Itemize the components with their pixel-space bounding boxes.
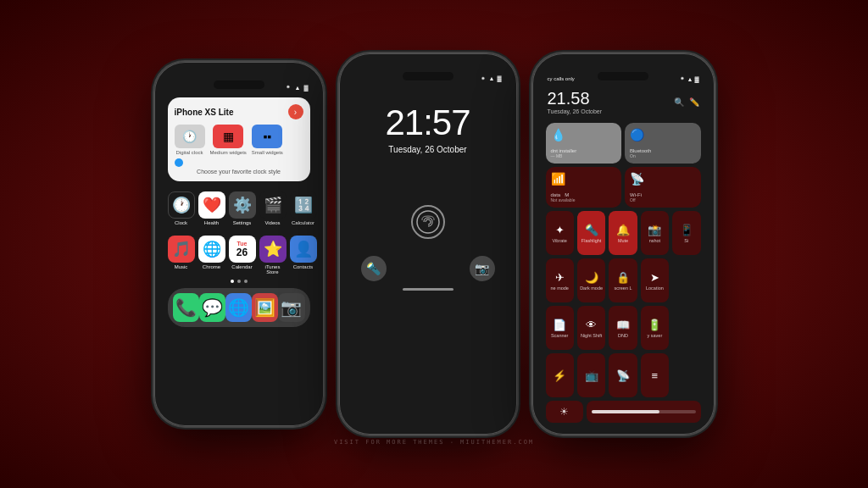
cc-scanner-icon: 📄 bbox=[553, 319, 566, 331]
lockscreen-time: 21:57 bbox=[344, 103, 512, 143]
cc-airplane-icon: ✈ bbox=[555, 271, 565, 284]
signal-status-icon: ▲ bbox=[294, 85, 300, 91]
cc-power-icon: ⚡ bbox=[553, 369, 566, 382]
cc-flashlight-label: Flashlight bbox=[581, 238, 602, 243]
cc-vibrate-label: Vibrate bbox=[553, 238, 567, 243]
cc-row-2: 📶 data M Not available 📡 Wi-Fi Off bbox=[546, 167, 701, 208]
watermark: VISIT FOR MORE THEMES - MIUITHEMER.COM bbox=[334, 439, 534, 446]
cc-screenshot-icon: 📸 bbox=[648, 224, 661, 236]
app-clock[interactable]: 🕐 Clock bbox=[168, 191, 195, 225]
widget-subtitle: Choose your favorite clock style bbox=[175, 169, 303, 175]
flashlight-button[interactable]: 🔦 bbox=[361, 256, 387, 281]
fingerprint-icon[interactable] bbox=[411, 205, 445, 239]
battery-status-icon: ▓ bbox=[303, 85, 308, 91]
cc-status-calls: cy calls only bbox=[548, 76, 575, 81]
dock-safari[interactable]: 🌐 bbox=[225, 293, 252, 322]
widget-arrow-button[interactable]: › bbox=[288, 104, 303, 119]
cc-tile-battery-saver[interactable]: 🔋 y saver bbox=[641, 306, 669, 350]
app-videos-label: Videos bbox=[264, 220, 280, 225]
app-health[interactable]: ❤️ Health bbox=[198, 191, 225, 225]
dock-photos[interactable]: 🖼️ bbox=[252, 293, 278, 322]
cc-brightness-low-icon: ☀ bbox=[546, 401, 584, 423]
cc-edit-icon[interactable]: ✏️ bbox=[689, 97, 699, 107]
app-chrome-icon: 🌐 bbox=[198, 236, 225, 263]
cc-installer-icon: 💧 bbox=[551, 128, 565, 141]
cc-tile-dnd[interactable]: 📖 DND bbox=[609, 306, 637, 350]
widget-options-row: 🕐 Digital clock ▦ Medium widgets ▪▪ Smal… bbox=[175, 125, 303, 155]
widget-selection-dot bbox=[175, 158, 183, 167]
cc-tile-flashlight[interactable]: 🔦 Flashlight bbox=[577, 211, 605, 255]
cc-tile-nightshift[interactable]: 👁 Night Shift bbox=[577, 306, 605, 350]
cc-batterysaver-icon: 🔋 bbox=[648, 319, 661, 331]
phone-1-homescreen: ⁕ ▲ ▓ iPhone XS Lite › 🕐 Digital clock ▦ bbox=[154, 62, 324, 426]
cc-hotspot-icon: 📡 bbox=[616, 369, 630, 382]
app-settings[interactable]: ⚙️ Settings bbox=[229, 191, 256, 225]
dock-messages[interactable]: 💬 bbox=[199, 293, 225, 322]
app-calculator-icon: 🔢 bbox=[290, 191, 317, 219]
app-music[interactable]: 🎵 Music bbox=[168, 236, 195, 274]
app-calendar-icon: Tue 26 bbox=[229, 236, 256, 263]
cc-tile-tv[interactable]: 📺 bbox=[577, 353, 605, 397]
cc-tile-bluetooth[interactable]: 🔵 Bluetooth On bbox=[625, 123, 701, 164]
widget-label-medium: Medium widgets bbox=[210, 150, 247, 155]
app-calculator[interactable]: 🔢 Calculator bbox=[290, 191, 317, 225]
cc-tile-wifi[interactable]: 📡 Wi-Fi Off bbox=[625, 167, 701, 208]
cc-time-row: 21.58 Tuesday, 26 October 🔍 ✏️ bbox=[537, 86, 709, 118]
widget-option-2: ▦ Medium widgets bbox=[210, 125, 247, 155]
cc-screenshot-label: nshot bbox=[649, 238, 660, 243]
cc-tile-data[interactable]: 📶 data M Not available bbox=[546, 167, 622, 208]
cc-time: 21.58 bbox=[548, 89, 603, 108]
phone-3-controlcenter: cy calls only ⁕ ▲ ▓ 21.58 Tuesday, 26 Oc… bbox=[532, 53, 715, 435]
cc-tile-layers[interactable]: ≡ bbox=[641, 353, 669, 397]
app-calendar-label: Calendar bbox=[231, 264, 252, 269]
cc-layers-icon: ≡ bbox=[652, 369, 659, 382]
app-videos[interactable]: 🎬 Videos bbox=[259, 191, 287, 225]
cc-brightness-row: ☀ bbox=[546, 401, 701, 423]
camera-button[interactable]: 📷 bbox=[470, 256, 495, 281]
phone-2-screen: ⁕ ▲ ▓ 21:57 Tuesday, 26 October 🔦 bbox=[344, 60, 512, 428]
cc-tile-power[interactable]: ⚡ bbox=[546, 353, 574, 397]
cc-batterysaver-label: y saver bbox=[648, 333, 663, 338]
cc-tile-vibrate[interactable]: ✦ Vibrate bbox=[546, 211, 574, 255]
dock-camera[interactable]: 📷 bbox=[278, 293, 304, 322]
app-music-label: Music bbox=[175, 264, 188, 269]
cc-darkmode-label: Dark mode bbox=[580, 286, 603, 291]
app-chrome[interactable]: 🌐 Chrome bbox=[198, 236, 225, 274]
widget-label-digital-clock: Digital clock bbox=[175, 150, 203, 155]
lockscreen-date: Tuesday, 26 October bbox=[344, 145, 512, 154]
home-indicator[interactable] bbox=[403, 288, 453, 291]
cc-mute-label: Mute bbox=[618, 238, 628, 243]
bluetooth-icon: ⁕ bbox=[481, 75, 486, 82]
widget-option-3: ▪▪ Small widgets bbox=[252, 125, 283, 155]
page-dot-3 bbox=[244, 280, 248, 283]
app-calendar[interactable]: Tue 26 Calendar bbox=[229, 236, 256, 274]
cc-darkmode-icon: 🌙 bbox=[585, 271, 598, 284]
cc-tile-screenshot[interactable]: 📸 nshot bbox=[641, 211, 669, 255]
cc-tile-screen-lock[interactable]: 🔒 screen L bbox=[609, 258, 637, 302]
cc-tile-darkmode[interactable]: 🌙 Dark mode bbox=[577, 258, 605, 302]
cc-tile-si[interactable]: 📱 Si bbox=[672, 211, 700, 255]
cc-edit-icons: 🔍 ✏️ bbox=[674, 97, 699, 107]
cc-screenlock-label: screen L bbox=[614, 286, 632, 291]
cc-brightness-slider[interactable] bbox=[587, 401, 700, 423]
cc-tile-mute[interactable]: 🔔 Mute bbox=[609, 211, 637, 255]
cc-tile-location[interactable]: ➤ Location bbox=[641, 258, 669, 302]
cc-wifi-icon: 📡 bbox=[630, 172, 644, 186]
fingerprint-area[interactable] bbox=[344, 205, 512, 239]
app-music-icon: 🎵 bbox=[168, 236, 195, 263]
phone-1-screen: ⁕ ▲ ▓ iPhone XS Lite › 🕐 Digital clock ▦ bbox=[159, 69, 319, 419]
app-itunes[interactable]: ⭐ iTunes Store bbox=[259, 236, 287, 274]
cc-flashlight-icon: 🔦 bbox=[585, 224, 598, 236]
cc-dnd-label: DND bbox=[618, 333, 628, 338]
cc-grid: 💧 dnt installer — MB 🔵 Bluetooth On bbox=[537, 118, 709, 428]
app-itunes-label: iTunes Store bbox=[259, 264, 287, 274]
cc-brightness-track bbox=[592, 410, 695, 413]
cc-search-icon[interactable]: 🔍 bbox=[674, 97, 684, 107]
dock: 📞 💬 🌐 🖼️ 📷 bbox=[168, 288, 310, 327]
cc-tile-hotspot[interactable]: 📡 bbox=[609, 353, 637, 397]
dock-phone[interactable]: 📞 bbox=[173, 293, 199, 322]
app-contacts[interactable]: 👤 Contacts bbox=[290, 236, 317, 274]
cc-tile-airplane[interactable]: ✈ ne mode bbox=[546, 258, 574, 302]
cc-tile-installer[interactable]: 💧 dnt installer — MB bbox=[546, 123, 622, 164]
cc-tile-scanner[interactable]: 📄 Scanner bbox=[546, 306, 574, 350]
